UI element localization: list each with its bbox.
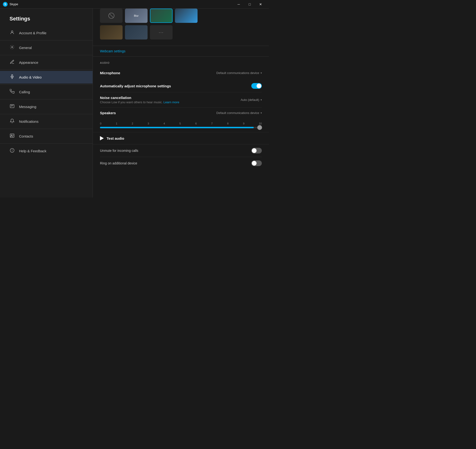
slider-mark-8: 8 [227,122,228,125]
speakers-label: Speakers [100,111,116,115]
sidebar-item-notifications[interactable]: Notifications [0,115,93,128]
volume-slider-thumb[interactable] [257,125,262,130]
sidebar-item-appearance[interactable]: Appearance [0,56,93,69]
svg-point-5 [11,135,12,136]
ring-toggle[interactable] [251,160,262,166]
thumb-more-label: ··· [159,30,164,35]
noise-cancellation-label: Noise cancellation [100,96,179,100]
auto-adjust-toggle[interactable] [251,83,262,89]
auto-adjust-section: Automatically adjust microphone settings… [93,78,269,118]
audio-section-label: AUDIO [100,61,262,64]
maximize-button[interactable]: □ [244,0,255,9]
skype-logo: S [3,2,8,7]
sidebar-label-notifications: Notifications [19,119,39,123]
thumb-image1[interactable] [150,9,173,23]
thumb-blur[interactable]: Blur [125,9,147,23]
gear-icon [10,45,15,51]
sidebar-label-appearance: Appearance [19,61,38,64]
speakers-device-selector[interactable]: Default communications device ▾ [216,111,262,115]
sidebar-item-calling[interactable]: Calling [0,86,93,98]
sidebar-label-general: General [19,46,32,50]
slider-mark-0: 0 [100,122,101,125]
slider-mark-4: 4 [164,122,165,125]
thumb-image2[interactable] [175,9,198,23]
close-button[interactable]: ✕ [255,0,266,9]
svg-point-1 [12,47,13,48]
speakers-row: Speakers Default communications device ▾ [100,107,262,118]
sidebar-item-account[interactable]: Account & Profile [0,27,93,39]
noise-cancellation-selector[interactable]: Auto (default) ▾ [241,98,262,102]
thumb-row-1: Blur [100,9,262,23]
webcam-settings-link[interactable]: Webcam settings [93,46,269,57]
messaging-icon [10,104,15,110]
sidebar-item-audio-video[interactable]: Audio & Video [0,71,93,84]
slider-labels: 0 1 2 3 4 5 6 7 8 9 10 [100,122,262,125]
thumb-room2[interactable] [125,25,147,39]
volume-slider-section: 0 1 2 3 4 5 6 7 8 9 10 [93,118,269,132]
sidebar-divider-4 [0,84,93,85]
svg-rect-4 [10,134,14,138]
volume-slider-fill [100,127,254,128]
play-icon [100,136,104,140]
sidebar-divider-5 [0,99,93,100]
titlebar: S Skype ─ □ ✕ [0,0,269,9]
sidebar-divider-6 [0,114,93,114]
volume-slider-track[interactable] [100,127,262,128]
speakers-chevron-icon: ▾ [261,112,262,114]
slider-mark-6: 6 [195,122,197,125]
svg-rect-2 [12,75,13,77]
svg-point-7 [12,149,12,150]
unmute-row: Unmute for incoming calls [100,144,262,157]
auto-adjust-row: Automatically adjust microphone settings [100,80,262,92]
sidebar-label-calling: Calling [19,90,30,94]
help-icon [10,148,15,154]
auto-adjust-label: Automatically adjust microphone settings [100,84,171,88]
sidebar-label-help: Help & Feedback [19,149,46,153]
contacts-icon [10,133,15,139]
titlebar-controls: ─ □ ✕ [233,0,266,9]
unmute-toggle[interactable] [251,148,262,153]
sidebar-item-messaging[interactable]: Messaging [0,101,93,113]
microphone-label: Microphone [100,71,120,75]
sidebar-item-general[interactable]: General [0,41,93,54]
sidebar-item-contacts[interactable]: Contacts [0,130,93,143]
learn-more-link[interactable]: Learn more [164,101,179,104]
sidebar: Settings Account & Profile General [0,9,93,197]
noise-cancellation-info: Noise cancellation Choose Low if you wan… [100,96,179,104]
ring-label: Ring on additional device [100,161,137,165]
bell-icon [10,118,15,124]
minimize-button[interactable]: ─ [233,0,244,9]
main-container: Settings Account & Profile General [0,9,269,197]
sidebar-label-audio-video: Audio & Video [19,75,42,79]
thumb-blocked[interactable] [100,9,123,23]
sidebar-item-help[interactable]: Help & Feedback [0,145,93,157]
microphone-device-selector[interactable]: Default communications device ▾ [216,71,262,75]
sidebar-divider-8 [0,143,93,144]
speakers-device-value: Default communications device [216,111,259,115]
slider-mark-5: 5 [179,122,181,125]
test-audio-row[interactable]: Test audio [93,132,269,144]
slider-mark-3: 3 [147,122,149,125]
thumbnails-area: Blur ··· [93,9,269,46]
sidebar-label-messaging: Messaging [19,105,36,109]
account-icon [10,30,15,36]
sidebar-divider-2 [0,55,93,55]
content-area: Blur ··· Webcam settings AUDIO Microphon… [93,9,269,197]
thumb-room1[interactable] [100,25,123,39]
unmute-label: Unmute for incoming calls [100,149,138,152]
sidebar-label-contacts: Contacts [19,134,33,138]
thumb-more[interactable]: ··· [150,25,173,39]
microphone-device-value: Default communications device [216,71,259,75]
ring-row: Ring on additional device [100,157,262,169]
titlebar-left: S Skype [3,2,18,7]
unmute-toggle-thumb [252,148,257,153]
sidebar-label-account: Account & Profile [19,31,46,35]
slider-mark-9: 9 [243,122,244,125]
slider-mark-7: 7 [211,122,213,125]
audio-section: AUDIO Microphone Default communications … [93,57,269,78]
thumb-blur-label: Blur [134,14,139,17]
sidebar-divider-7 [0,129,93,129]
test-audio-label: Test audio [107,136,124,140]
appearance-icon [10,60,15,65]
sidebar-divider-1 [0,40,93,40]
